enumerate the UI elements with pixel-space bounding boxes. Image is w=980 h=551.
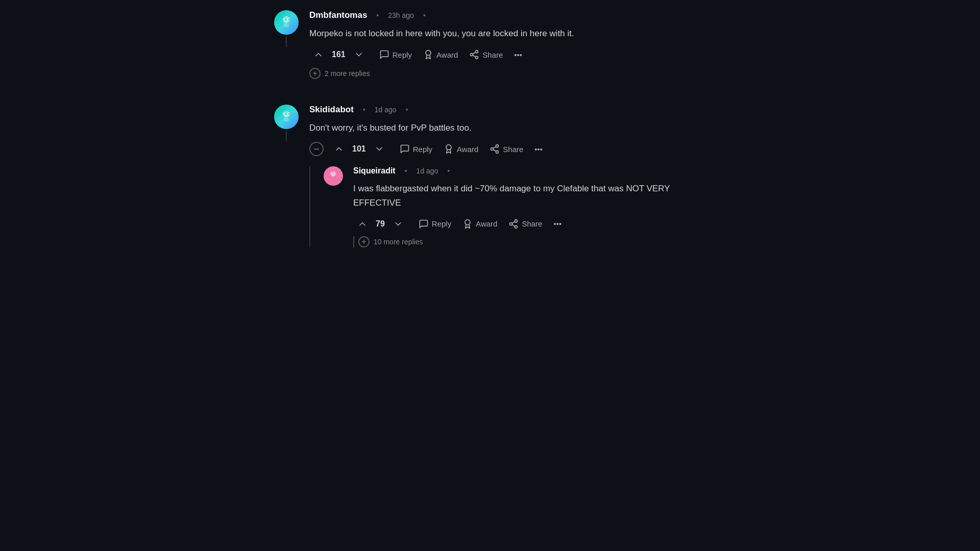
award-label-2: Award [457,145,478,154]
meta-dot-2b: • [406,106,408,114]
nested-content-1: Siqueiradit • 1d ago • I was flabbergast… [353,166,709,247]
reply-icon-1 [379,49,389,60]
downvote-icon-2 [374,144,384,154]
nested-left-col [321,166,346,186]
thread-line-2 [286,131,287,141]
nested-more-button-1[interactable]: ••• [549,217,566,230]
action-row-2: − 101 Reply [309,142,709,156]
meta-dot-1b: • [423,11,426,19]
upvote-button-1[interactable] [309,47,328,62]
vote-count-2: 101 [352,144,366,154]
svg-line-34 [512,224,516,226]
left-col-1 [271,10,302,47]
avatar-icon-1 [278,14,295,31]
avatar-icon-nested [327,169,340,183]
more-label-1: ••• [514,51,522,59]
share-icon-1 [469,49,479,60]
nested-username-1: Siqueiradit [353,166,396,176]
nested-upvote-button-1[interactable] [353,217,372,231]
award-icon-2 [444,144,454,154]
nested-more-replies-1[interactable]: + 10 more replies [353,236,709,247]
svg-rect-5 [284,23,289,27]
nested-award-label: Award [476,219,497,228]
more-replies-label-1: 2 more replies [325,69,370,78]
award-icon-1 [423,49,433,60]
more-replies-circle-1: + [309,68,321,79]
comment-header-1: Dmbfantomas • 23h ago • [309,10,709,20]
avatar-skididabot [274,105,299,129]
reply-icon-2 [400,144,410,154]
username-1: Dmbfantomas [309,10,367,20]
nested-reply-label: Reply [432,219,451,228]
nested-award-icon [462,219,473,229]
collapse-button-2[interactable]: − [309,142,324,156]
nested-comment-1: Siqueiradit • 1d ago • I was flabbergast… [309,166,709,247]
nested-share-button-1[interactable]: Share [504,217,546,231]
share-label-2: Share [503,145,523,154]
nested-meta-dot: • [405,167,407,175]
vote-group-2: 101 [330,142,388,156]
nested-more-replies-label: 10 more replies [374,238,423,246]
avatar-dmbfantomas [274,10,299,35]
comment-row-1: Dmbfantomas • 23h ago • Morpeko is not l… [271,10,709,79]
nested-share-label: Share [522,219,542,228]
more-button-1[interactable]: ••• [510,48,526,61]
comment-row-2: Skididabot • 1d ago • Don't worry, it's … [271,105,709,247]
more-label-2: ••• [534,145,543,154]
nested-timestamp-1: 1d ago [416,167,438,175]
svg-line-12 [473,53,476,54]
svg-point-16 [284,113,285,114]
reply-button-1[interactable]: Reply [375,47,416,62]
award-label-1: Award [436,51,458,59]
action-bar-2: 101 Reply [330,142,547,156]
nested-share-icon [508,219,519,229]
nested-reply-icon [419,219,429,229]
nested-meta-dot-b: • [447,167,450,175]
nested-text-1: I was flabbergasted when it did ~70% dam… [353,182,709,209]
reply-button-2[interactable]: Reply [396,142,436,156]
comments-container: Dmbfantomas • 23h ago • Morpeko is not l… [260,0,720,273]
username-2: Skididabot [309,105,354,115]
timestamp-1: 23h ago [388,11,414,19]
action-bar-1: 161 Reply Award [309,47,709,62]
award-button-2[interactable]: Award [439,142,482,156]
downvote-button-2[interactable] [370,142,388,156]
svg-point-4 [288,19,289,20]
more-button-2[interactable]: ••• [530,143,547,156]
award-button-1[interactable]: Award [419,47,462,62]
share-label-1: Share [482,51,503,59]
nested-more-replies-circle: + [358,236,370,247]
svg-rect-18 [284,118,289,121]
comment-text-2: Don't worry, it's busted for PvP battles… [309,121,709,135]
reply-label-1: Reply [393,51,412,59]
comment-content-1: Dmbfantomas • 23h ago • Morpeko is not l… [309,10,709,79]
comment-block-2: Skididabot • 1d ago • Don't worry, it's … [271,105,709,247]
nested-reply-button-1[interactable]: Reply [414,217,455,231]
timestamp-2: 1d ago [375,106,397,114]
nested-upvote-icon [357,219,368,229]
svg-line-35 [512,221,516,223]
nested-vote-count-1: 79 [376,219,385,229]
downvote-button-1[interactable] [350,47,368,62]
meta-dot-2: • [363,106,365,114]
upvote-icon-1 [313,49,324,60]
svg-line-24 [493,147,496,148]
svg-point-3 [284,19,285,20]
upvote-button-2[interactable] [330,142,348,156]
vote-count-1: 161 [332,50,346,59]
meta-dot-1: • [376,11,379,19]
upvote-icon-2 [334,144,344,154]
avatar-siqueiradit [324,166,343,186]
left-col-2 [271,105,302,141]
downvote-icon-1 [354,49,364,60]
svg-line-23 [493,150,496,152]
svg-line-11 [473,55,476,57]
nested-action-bar-1: 79 Reply [353,217,709,231]
more-replies-1[interactable]: + 2 more replies [309,68,709,79]
share-button-1[interactable]: Share [465,47,507,62]
share-button-2[interactable]: Share [485,142,527,156]
comment-block-1: Dmbfantomas • 23h ago • Morpeko is not l… [271,10,709,79]
nested-downvote-button-1[interactable] [389,217,407,231]
avatar-icon-2 [278,109,295,125]
nested-award-button-1[interactable]: Award [458,217,501,231]
